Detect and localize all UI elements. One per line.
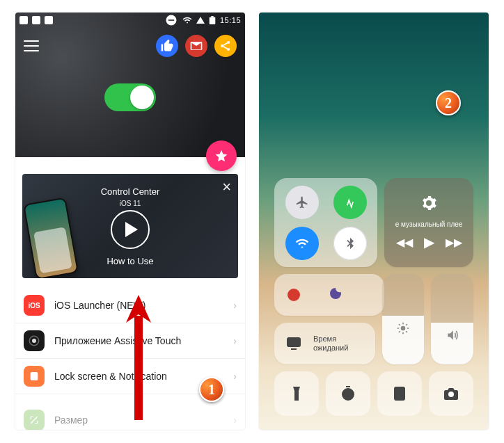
bluetooth-button[interactable]	[333, 227, 367, 260]
play-icon[interactable]: ▶	[424, 234, 434, 250]
favorite-fab[interactable]	[206, 140, 237, 171]
video-howto: How to Use	[107, 256, 153, 266]
next-icon[interactable]: ▶▶	[446, 236, 462, 249]
svg-rect-1	[168, 19, 174, 21]
statusbar: 15:15	[15, 13, 245, 28]
main-toggle[interactable]	[104, 83, 156, 111]
chevron-right-icon: ›	[233, 335, 237, 346]
annotation-arrow	[138, 295, 139, 413]
wifi-icon	[182, 15, 192, 25]
volume-slider[interactable]	[431, 274, 473, 364]
like-button[interactable]	[156, 35, 178, 57]
right-phone: 2	[259, 13, 489, 430]
app-header-area: 15:15	[15, 13, 245, 157]
share-button[interactable]	[214, 35, 237, 57]
statusbar-right: 15:15	[164, 13, 241, 27]
mail-button[interactable]	[185, 35, 207, 57]
lockscreen-icon	[24, 366, 45, 387]
video-title: Control Center	[101, 186, 160, 197]
dnd-icon	[164, 13, 178, 27]
step-badge-1: 1	[199, 377, 224, 402]
play-icon[interactable]	[111, 210, 150, 249]
volume-fill	[431, 323, 473, 364]
video-subtitle: iOS 11	[120, 200, 141, 207]
airplane-button[interactable]	[285, 186, 319, 219]
wifi-button[interactable]	[285, 227, 319, 260]
notification-icon	[19, 16, 28, 24]
ios-icon: iOS	[24, 295, 45, 316]
svg-point-12	[401, 325, 406, 330]
cellular-button[interactable]	[333, 186, 367, 219]
toggle-knob	[130, 86, 154, 109]
notification-icon	[45, 16, 53, 24]
video-tutorial-card[interactable]: × Control Center iOS 11 How to Use	[22, 174, 238, 278]
chevron-right-icon: ›	[233, 300, 237, 311]
svg-point-8	[32, 339, 36, 343]
notification-icon	[32, 16, 40, 24]
video-center: Control Center iOS 11 How to Use	[22, 174, 238, 278]
svg-rect-3	[210, 17, 216, 24]
menu-button[interactable]	[24, 40, 39, 51]
chevron-right-icon: ›	[233, 371, 237, 382]
header-actions	[156, 35, 237, 57]
brightness-fill	[382, 316, 425, 364]
statusbar-left	[19, 16, 53, 24]
screen-mirroring-icon	[284, 335, 304, 352]
step-badge-2: 2	[436, 90, 461, 115]
brightness-slider[interactable]	[382, 274, 425, 364]
left-phone: 15:15	[15, 13, 245, 430]
clock: 15:15	[220, 16, 241, 24]
cc-row-4	[274, 371, 473, 416]
signal-icon	[196, 17, 205, 24]
music-tile[interactable]: е музыкальный плее ◀◀ ▶ ▶▶	[384, 178, 473, 267]
music-text: е музыкальный плее	[388, 220, 468, 228]
calculator-button[interactable]	[377, 371, 422, 416]
cc-row-1: е музыкальный плее ◀◀ ▶ ▶▶	[274, 178, 473, 267]
camera-button[interactable]	[429, 371, 473, 416]
stage: 15:15	[0, 0, 504, 442]
svg-rect-9	[31, 372, 38, 380]
header-row	[15, 28, 245, 57]
svg-rect-11	[288, 338, 300, 346]
network-tile[interactable]	[274, 178, 377, 267]
timer-button[interactable]	[326, 371, 370, 416]
screen-mirroring-tile[interactable]: Время ожиданий	[274, 323, 375, 364]
size-icon	[24, 410, 45, 430]
svg-point-15	[448, 392, 454, 397]
screen-mirroring-text: Время ожиданий	[313, 335, 348, 353]
battery-icon	[209, 16, 216, 24]
music-controls: ◀◀ ▶ ▶▶	[396, 234, 462, 250]
gear-icon	[420, 195, 437, 215]
row-label: Приложение Assistive Touch	[54, 335, 181, 346]
assistive-touch-icon	[24, 330, 45, 351]
svg-rect-2	[211, 16, 213, 17]
control-center: е музыкальный плее ◀◀ ▶ ▶▶	[274, 178, 473, 416]
row-label: Размер	[54, 414, 88, 426]
chevron-right-icon: ›	[233, 414, 237, 426]
prev-icon[interactable]: ◀◀	[396, 236, 413, 249]
cc-row-3: Время ожиданий	[274, 274, 473, 364]
flashlight-button[interactable]	[274, 371, 319, 416]
